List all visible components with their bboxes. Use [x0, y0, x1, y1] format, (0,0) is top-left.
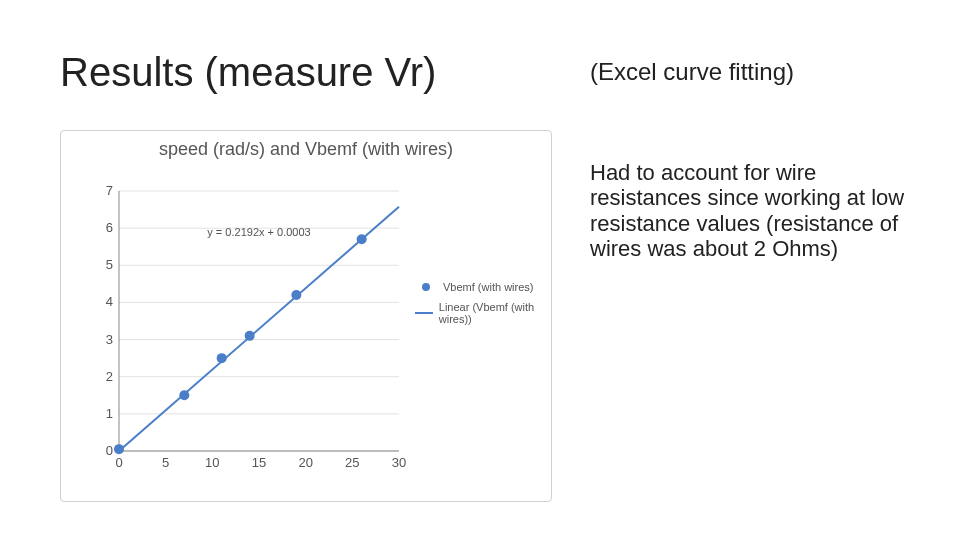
svg-point-24 — [179, 390, 189, 400]
svg-text:4: 4 — [106, 294, 113, 309]
svg-point-23 — [114, 444, 124, 454]
page-title: Results (measure Vr) — [60, 50, 436, 95]
svg-text:6: 6 — [106, 220, 113, 235]
legend-label: Vbemf (with wires) — [443, 281, 533, 293]
svg-text:5: 5 — [106, 257, 113, 272]
svg-point-27 — [291, 290, 301, 300]
legend-label: Linear (Vbemf (with wires)) — [439, 301, 545, 325]
svg-text:7: 7 — [106, 183, 113, 198]
legend-marker-line — [415, 312, 433, 314]
svg-text:25: 25 — [345, 455, 359, 470]
svg-text:0: 0 — [115, 455, 122, 470]
legend-entry-points: Vbemf (with wires) — [415, 281, 545, 293]
svg-text:30: 30 — [392, 455, 406, 470]
chart-title: speed (rad/s) and Vbemf (with wires) — [61, 139, 551, 160]
fit-equation: y = 0.2192x + 0.0003 — [207, 226, 310, 238]
svg-text:20: 20 — [298, 455, 312, 470]
legend-marker-dot — [415, 283, 437, 291]
svg-text:10: 10 — [205, 455, 219, 470]
svg-text:1: 1 — [106, 406, 113, 421]
svg-text:5: 5 — [162, 455, 169, 470]
svg-point-26 — [245, 331, 255, 341]
svg-text:15: 15 — [252, 455, 266, 470]
subtitle: (Excel curve fitting) — [590, 58, 794, 86]
x-tick-labels: 051015202530 — [115, 455, 406, 470]
svg-text:3: 3 — [106, 332, 113, 347]
svg-point-28 — [357, 234, 367, 244]
body-text: Had to account for wire resistances sinc… — [590, 160, 920, 261]
chart-frame: speed (rad/s) and Vbemf (with wires) 012… — [60, 130, 552, 502]
svg-text:0: 0 — [106, 443, 113, 458]
y-tick-labels: 01234567 — [106, 183, 113, 458]
chart-legend: Vbemf (with wires) Linear (Vbemf (with w… — [415, 281, 545, 333]
chart-plot: 01234567 051015202530 y = 0.2192x + 0.00… — [89, 181, 409, 471]
svg-point-25 — [217, 353, 227, 363]
slide: Results (measure Vr) (Excel curve fittin… — [0, 0, 960, 540]
svg-text:2: 2 — [106, 369, 113, 384]
legend-entry-line: Linear (Vbemf (with wires)) — [415, 301, 545, 325]
